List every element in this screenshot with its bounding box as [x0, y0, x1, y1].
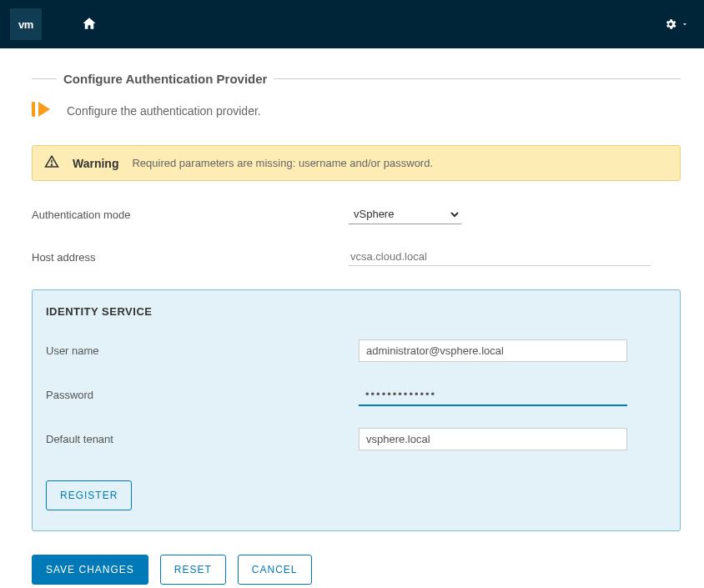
auth-mode-select[interactable]: vSphere: [349, 204, 461, 224]
warning-title: Warning: [73, 157, 118, 170]
warning-icon: [44, 154, 59, 172]
host-address-row: Host address: [32, 248, 681, 266]
tenant-input[interactable]: [359, 428, 627, 450]
settings-menu-button[interactable]: [664, 18, 689, 31]
username-label: User name: [46, 344, 359, 357]
reset-button[interactable]: RESET: [160, 555, 226, 585]
content-scroll[interactable]: Configure Authentication Provider Config…: [0, 48, 704, 588]
password-row: Password: [46, 384, 666, 406]
auth-mode-row: Authentication mode vSphere: [32, 204, 681, 224]
tenant-label: Default tenant: [46, 433, 359, 445]
username-input[interactable]: [359, 339, 627, 362]
page-subtitle: Configure the authentication provider.: [67, 104, 261, 118]
divider: [32, 78, 57, 79]
warning-message: Required parameters are missing: usernam…: [132, 157, 433, 169]
top-navbar: vm: [0, 0, 704, 48]
page-content: Configure Authentication Provider Config…: [0, 48, 704, 588]
home-icon: [82, 16, 97, 31]
identity-service-title: IDENTITY SERVICE: [46, 305, 666, 318]
password-input[interactable]: [359, 384, 627, 406]
identity-service-panel: IDENTITY SERVICE User name Password Defa…: [32, 289, 681, 531]
auth-mode-label: Authentication mode: [32, 209, 349, 221]
warning-alert: Warning Required parameters are missing:…: [32, 145, 681, 181]
host-address-input[interactable]: [349, 248, 651, 266]
host-address-label: Host address: [32, 251, 349, 264]
home-button[interactable]: [82, 16, 97, 33]
tenant-row: Default tenant: [46, 428, 666, 450]
save-changes-button[interactable]: SAVE CHANGES: [32, 555, 148, 585]
register-button[interactable]: REGISTER: [46, 480, 132, 510]
divider: [274, 78, 681, 79]
chevron-down-icon: [681, 20, 689, 28]
vmware-logo: vm: [10, 8, 42, 40]
action-buttons: SAVE CHANGES RESET CANCEL: [32, 555, 681, 585]
subtitle-row: Configure the authentication provider.: [32, 99, 681, 122]
svg-rect-0: [32, 102, 35, 117]
username-row: User name: [46, 339, 666, 362]
cancel-button[interactable]: CANCEL: [238, 555, 312, 585]
gear-icon: [664, 18, 677, 31]
password-label: Password: [46, 389, 359, 401]
section-header: Configure Authentication Provider: [32, 72, 681, 86]
page-title: Configure Authentication Provider: [63, 72, 267, 86]
arrow-right-icon: [32, 99, 55, 122]
svg-point-2: [51, 164, 52, 165]
